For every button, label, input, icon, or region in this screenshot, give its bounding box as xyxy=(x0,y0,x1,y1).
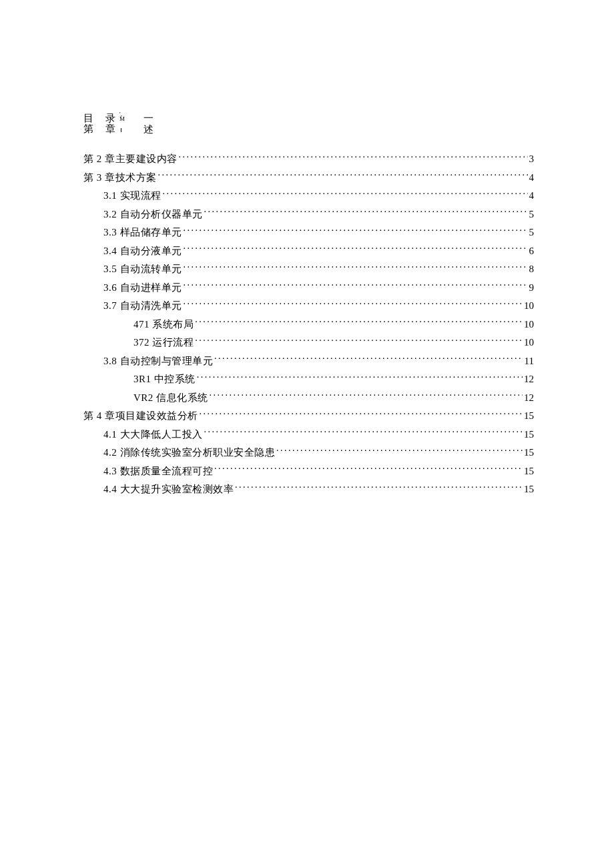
toc-entry-label: 3.1 实现流程 xyxy=(103,187,162,203)
toc-entry: 4.1 大大降低人工投入15 xyxy=(83,426,534,442)
toc-leader-dots xyxy=(214,464,523,474)
toc-entry-page: 10 xyxy=(524,316,534,332)
toc-entry-page: 12 xyxy=(524,390,534,406)
toc-entry-page: 9 xyxy=(529,280,535,296)
toc-entry-label: 第 4 章项目建设效益分析 xyxy=(83,408,198,424)
toc-entry-label: 3.5 自动流转单元 xyxy=(103,261,182,277)
toc-entry: 第 3 章技术方案4 xyxy=(83,169,534,185)
toc-leader-dots xyxy=(210,391,523,401)
toc-entry-label: 372 运行流程 xyxy=(133,334,194,350)
toc-entry-page: 15 xyxy=(524,408,534,424)
toc-leader-dots xyxy=(184,262,528,272)
toc-entry-page: 5 xyxy=(529,224,535,240)
toc-entry: 3.8 自动控制与管理单元11 xyxy=(83,353,534,369)
toc-entry-page: 4 xyxy=(529,187,535,203)
toc-entry-page: 12 xyxy=(524,371,534,387)
toc-entry: 3.5 自动流转单元8 xyxy=(83,261,534,277)
toc-leader-dots xyxy=(184,226,528,236)
toc-entry: 471 系统布局10 xyxy=(83,316,534,332)
toc-entry-label: 471 系统布局 xyxy=(133,316,194,332)
toc-entry-label: 3.2 自动分析仪器单元 xyxy=(103,206,203,222)
toc-leader-dots xyxy=(204,428,523,438)
toc-leader-dots xyxy=(158,171,528,181)
toc-entry-page: 15 xyxy=(524,444,534,460)
toc-entry-label: 3.8 自动控制与管理单元 xyxy=(103,353,213,369)
toc-leader-dots xyxy=(179,152,528,162)
toc-entry-label: 3.4 自动分液单元 xyxy=(103,243,182,259)
toc-entry: 3.1 实现流程4 xyxy=(83,187,534,203)
toc-entry: 4.2 消除传统实验室分析职业安全隐患15 xyxy=(83,444,534,460)
toc-entry: 4.4 大大提升实验室检测效率15 xyxy=(83,481,534,497)
toc-leader-dots xyxy=(200,409,523,419)
toc-leader-dots xyxy=(197,372,523,382)
toc-leader-dots xyxy=(214,354,523,364)
toc-entry: 第 2 章主要建设内容3 xyxy=(83,151,534,167)
toc-entry-label: 3.3 样品储存单元 xyxy=(103,224,182,240)
toc-entry-page: 10 xyxy=(524,298,534,314)
toc-entry-label: 4.3 数据质量全流程可控 xyxy=(103,463,213,479)
toc-entry: 3.3 样品储存单元5 xyxy=(83,224,534,240)
header-line2-right: 述 xyxy=(143,123,154,136)
toc-entry-page: 15 xyxy=(524,463,534,479)
toc-leader-dots xyxy=(184,299,523,309)
toc-entry-label: 第 2 章主要建设内容 xyxy=(83,151,178,167)
toc-entry-page: 4 xyxy=(529,169,535,185)
toc-leader-dots xyxy=(163,189,528,199)
toc-leader-dots xyxy=(184,244,528,254)
toc-entry: 3R1 中控系统12 xyxy=(83,371,534,387)
toc-leader-dots xyxy=(276,446,523,456)
table-of-contents: 第 2 章主要建设内容3第 3 章技术方案43.1 实现流程43.2 自动分析仪… xyxy=(83,151,534,497)
toc-leader-dots xyxy=(195,336,523,346)
toc-entry-label: 3.6 自动进样单元 xyxy=(103,280,182,296)
toc-entry: VR2 信息化系统12 xyxy=(83,390,534,406)
toc-entry-label: 4.1 大大降低人工投入 xyxy=(103,426,203,442)
toc-entry-page: 11 xyxy=(525,353,534,369)
toc-entry-label: VR2 信息化系统 xyxy=(133,390,208,406)
header-line2-left: 第 章 xyxy=(83,123,120,135)
toc-entry: 3.2 自动分析仪器单元5 xyxy=(83,206,534,222)
toc-entry-label: 3R1 中控系统 xyxy=(133,371,196,387)
toc-leader-dots xyxy=(195,318,523,328)
header-line2-artifact xyxy=(120,126,121,133)
toc-entry-label: 3.7 自动清洗单元 xyxy=(103,298,182,314)
toc-entry-label: 第 3 章技术方案 xyxy=(83,169,157,185)
toc-entry: 372 运行流程10 xyxy=(83,334,534,350)
toc-leader-dots xyxy=(235,482,523,492)
header-artifact-mid: M xyxy=(119,115,124,122)
toc-leader-dots xyxy=(204,207,528,218)
toc-entry-page: 5 xyxy=(529,206,535,222)
toc-entry: 3.7 自动清洗单元10 xyxy=(83,298,534,314)
toc-entry: 3.4 自动分液单元6 xyxy=(83,243,534,259)
toc-entry-page: 15 xyxy=(524,481,534,497)
document-page: 目 录 ' , M 一 第 章 述 第 2 章主要建设内容3第 3 章技术方案4… xyxy=(0,0,614,497)
toc-entry-page: 8 xyxy=(529,261,535,277)
toc-entry-label: 4.4 大大提升实验室检测效率 xyxy=(103,481,234,497)
toc-entry-page: 3 xyxy=(529,151,535,167)
toc-header-garbled: 目 录 ' , M 一 第 章 述 xyxy=(83,112,534,135)
toc-entry-page: 15 xyxy=(524,426,534,442)
toc-entry: 3.6 自动进样单元9 xyxy=(83,280,534,296)
toc-entry: 4.3 数据质量全流程可控15 xyxy=(83,463,534,479)
toc-entry: 第 4 章项目建设效益分析15 xyxy=(83,408,534,424)
toc-entry-page: 6 xyxy=(529,243,535,259)
toc-leader-dots xyxy=(184,281,528,291)
toc-entry-page: 10 xyxy=(524,334,534,350)
toc-entry-label: 4.2 消除传统实验室分析职业安全隐患 xyxy=(103,444,275,460)
